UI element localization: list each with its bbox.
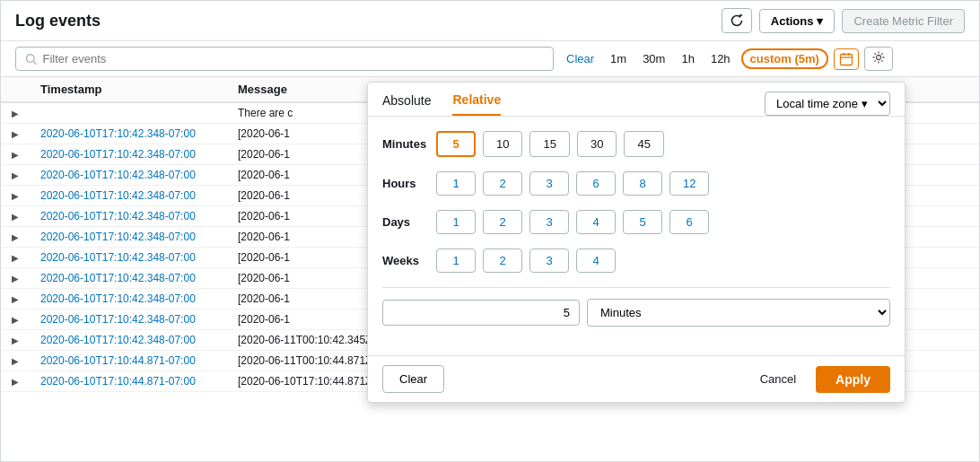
calendar-icon [839, 52, 853, 66]
custom-unit-select[interactable]: Minutes Hours Days Weeks [587, 299, 890, 327]
days-option-btn[interactable]: 4 [576, 210, 616, 234]
weeks-row: Weeks 1234 [382, 248, 890, 273]
timestamp-cell[interactable]: 2020-06-10T17:10:42.348-07:00 [30, 309, 227, 330]
tab-relative[interactable]: Relative [452, 92, 501, 116]
hours-option-btn[interactable]: 12 [669, 171, 709, 196]
hours-options: 1236812 [436, 171, 709, 196]
expand-row-button[interactable]: ▶ [12, 232, 19, 242]
expand-row-button[interactable]: ▶ [12, 377, 19, 387]
expand-row-button[interactable]: ▶ [12, 170, 19, 180]
filter-input[interactable] [43, 52, 544, 65]
days-option-btn[interactable]: 2 [483, 210, 522, 234]
hours-label: Hours [382, 177, 436, 190]
minutes-option-btn[interactable]: 5 [436, 131, 476, 157]
refresh-icon [730, 13, 744, 28]
timestamp-cell[interactable]: 2020-06-10T17:10:42.348-07:00 [30, 186, 227, 206]
timezone-selector[interactable]: Local time zone ▾ [765, 92, 890, 116]
panel-footer: Clear Cancel Apply [368, 355, 905, 402]
clear-panel-button[interactable]: Clear [382, 365, 444, 393]
days-option-btn[interactable]: 5 [623, 210, 662, 234]
minutes-option-btn[interactable]: 10 [483, 131, 522, 157]
weeks-option-btn[interactable]: 2 [483, 248, 522, 273]
minutes-row: Minutes 510153045 [382, 131, 890, 157]
create-metric-filter-button[interactable]: Create Metric Filter [842, 9, 965, 33]
expand-row-button[interactable]: ▶ [12, 274, 19, 283]
1h-button[interactable]: 1h [676, 49, 699, 68]
weeks-label: Weeks [382, 254, 436, 267]
timestamp-cell[interactable]: 2020-06-10T17:10:42.348-07:00 [30, 330, 227, 351]
1m-button[interactable]: 1m [605, 49, 632, 68]
actions-button[interactable]: Actions ▾ [759, 9, 836, 33]
settings-button[interactable] [864, 47, 893, 71]
days-option-btn[interactable]: 1 [436, 210, 476, 234]
timestamp-cell[interactable] [30, 102, 227, 124]
search-icon [25, 53, 38, 65]
cancel-button[interactable]: Cancel [748, 366, 809, 392]
timestamp-cell[interactable]: 2020-06-10T17:10:42.348-07:00 [30, 124, 227, 144]
hours-option-btn[interactable]: 1 [436, 171, 476, 196]
expand-row-button[interactable]: ▶ [12, 109, 19, 118]
hours-option-btn[interactable]: 2 [483, 171, 522, 196]
timestamp-cell[interactable]: 2020-06-10T17:10:42.348-07:00 [30, 165, 227, 186]
page-title: Log events [15, 12, 101, 31]
panel-content: Minutes 510153045 Hours 1236812 Days 123… [368, 117, 905, 355]
refresh-button[interactable] [722, 8, 752, 33]
expand-row-button[interactable]: ▶ [12, 336, 19, 345]
timestamp-cell[interactable]: 2020-06-10T17:10:42.348-07:00 [30, 144, 227, 165]
actions-chevron-icon: ▾ [817, 14, 823, 28]
minutes-label: Minutes [382, 137, 436, 151]
hours-row: Hours 1236812 [382, 171, 890, 196]
panel-tabs: Absolute Relative Local time zone ▾ [368, 83, 905, 117]
svg-point-0 [26, 54, 34, 62]
12h-button[interactable]: 12h [705, 49, 736, 68]
30m-button[interactable]: 30m [637, 49, 670, 68]
custom-value-input[interactable] [382, 300, 580, 326]
minutes-option-btn[interactable]: 15 [529, 131, 569, 157]
days-option-btn[interactable]: 3 [529, 210, 569, 234]
calendar-icon-button[interactable] [834, 48, 859, 70]
expand-row-button[interactable]: ▶ [12, 150, 19, 160]
timestamp-cell[interactable]: 2020-06-10T17:10:44.871-07:00 [30, 371, 227, 392]
hours-option-btn[interactable]: 8 [623, 171, 662, 196]
expand-row-button[interactable]: ▶ [12, 129, 19, 139]
expand-row-button[interactable]: ▶ [12, 294, 19, 304]
weeks-option-btn[interactable]: 1 [436, 248, 476, 273]
header: Log events Actions ▾ Create Metric Filte… [1, 1, 979, 41]
weeks-option-btn[interactable]: 4 [576, 248, 616, 273]
timestamp-cell[interactable]: 2020-06-10T17:10:42.348-07:00 [30, 206, 227, 227]
relative-time-panel: Absolute Relative Local time zone ▾ Minu… [367, 82, 906, 403]
timestamp-cell[interactable]: 2020-06-10T17:10:44.871-07:00 [30, 351, 227, 371]
timestamp-cell[interactable]: 2020-06-10T17:10:42.348-07:00 [30, 289, 227, 309]
custom-time-button[interactable]: custom (5m) [741, 48, 828, 69]
expand-row-button[interactable]: ▶ [12, 315, 19, 325]
expand-row-button[interactable]: ▶ [12, 356, 19, 366]
page-container: Log events Actions ▾ Create Metric Filte… [0, 0, 980, 462]
hours-option-btn[interactable]: 3 [529, 171, 569, 196]
svg-point-6 [876, 56, 880, 60]
filter-bar: Clear 1m 30m 1h 12h custom (5m) [1, 41, 979, 77]
header-actions: Actions ▾ Create Metric Filter [722, 8, 965, 33]
minutes-option-btn[interactable]: 45 [624, 131, 663, 157]
tab-absolute[interactable]: Absolute [382, 93, 431, 115]
hours-option-btn[interactable]: 6 [576, 171, 616, 196]
svg-line-1 [33, 61, 36, 64]
expand-row-button[interactable]: ▶ [12, 191, 19, 201]
custom-input-row: Minutes Hours Days Weeks [382, 299, 890, 327]
svg-rect-2 [840, 54, 852, 65]
expand-row-button[interactable]: ▶ [12, 253, 19, 263]
col-timestamp: Timestamp [30, 77, 227, 102]
days-option-btn[interactable]: 6 [669, 210, 709, 234]
expand-row-button[interactable]: ▶ [12, 212, 19, 222]
timestamp-cell[interactable]: 2020-06-10T17:10:42.348-07:00 [30, 248, 227, 268]
gear-icon [871, 50, 886, 65]
days-options: 123456 [436, 210, 709, 234]
weeks-option-btn[interactable]: 3 [529, 248, 569, 273]
timestamp-cell[interactable]: 2020-06-10T17:10:42.348-07:00 [30, 227, 227, 248]
timestamp-cell[interactable]: 2020-06-10T17:10:42.348-07:00 [30, 268, 227, 289]
clear-time-button[interactable]: Clear [561, 49, 599, 68]
apply-button[interactable]: Apply [816, 366, 890, 393]
days-row: Days 123456 [382, 210, 890, 234]
minutes-options: 510153045 [436, 131, 664, 157]
minutes-option-btn[interactable]: 30 [577, 131, 617, 157]
filter-input-wrapper[interactable] [15, 47, 554, 71]
